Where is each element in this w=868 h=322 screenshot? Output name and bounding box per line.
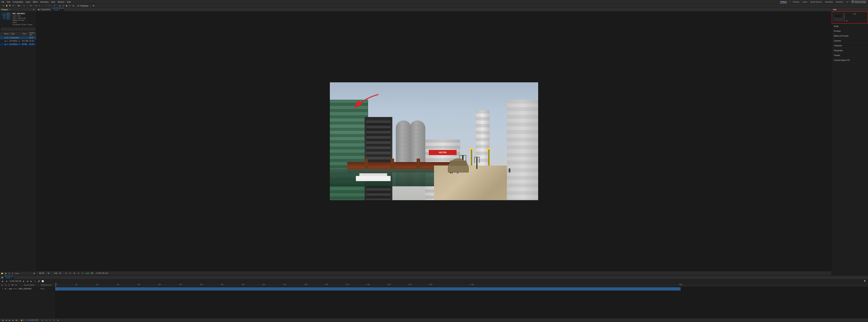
tool-star[interactable]: ★ bbox=[29, 4, 32, 7]
link-icon[interactable]: 🔗 bbox=[37, 280, 40, 283]
timeline-tab-comp1[interactable]: Comp 1 bbox=[4, 276, 13, 279]
tool-clone-stamp[interactable]: ⬡ bbox=[62, 4, 65, 7]
reset-exposure-icon[interactable]: ⊛ bbox=[81, 272, 84, 275]
tracker-panel-item[interactable]: Tracker bbox=[832, 53, 868, 58]
project-file-img2290[interactable]: ▶ IMG_2290.MOV DXV3Med...rt 58.0 MB 30.0… bbox=[0, 39, 36, 43]
preview-panel-item[interactable]: Preview bbox=[832, 29, 868, 33]
effects-switch[interactable]: f bbox=[14, 288, 14, 290]
libraries-panel-item[interactable]: Libraries bbox=[832, 38, 868, 43]
effects-presets-panel-item[interactable]: Effects & Presets bbox=[832, 33, 868, 38]
menu-window[interactable]: Window bbox=[58, 1, 64, 3]
tool-camera[interactable]: 📷 bbox=[18, 4, 20, 7]
camera-icon[interactable]: ▼ bbox=[77, 272, 80, 275]
tool-pen[interactable]: ✒ bbox=[35, 4, 37, 7]
adjustment-layer-icon[interactable]: ⊛ bbox=[14, 284, 18, 286]
tool-rotate[interactable]: ↻ bbox=[12, 4, 15, 7]
next-frame-button[interactable]: ▶ bbox=[12, 319, 14, 321]
timeline-layer-1[interactable]: 1 👁 ♪ ○ 🔒 ▶ ✦ f ⊞ 3 ⊙ IMG_2290.MOV None bbox=[0, 287, 55, 291]
quality-select[interactable]: Full bbox=[53, 272, 62, 275]
new-folder-icon[interactable]: 📁 bbox=[1, 272, 3, 275]
draft-3d-icon[interactable]: ⬡ bbox=[53, 319, 55, 321]
menu-file[interactable]: File bbox=[1, 1, 4, 3]
menu-help[interactable]: Help bbox=[67, 1, 71, 3]
new-item-icon[interactable]: ⊕ bbox=[8, 272, 10, 275]
current-time-input[interactable]: 0;00;00;00 bbox=[27, 319, 39, 321]
solo-switch[interactable]: ○ bbox=[8, 288, 9, 290]
motion-blur-icon[interactable]: ⊙ bbox=[4, 284, 7, 286]
tool-arrow[interactable]: ↖ bbox=[2, 4, 5, 7]
workspace-default[interactable]: Default bbox=[780, 0, 787, 3]
add-layer-icon[interactable]: ⊕ bbox=[45, 319, 48, 321]
menu-composition[interactable]: Composition bbox=[13, 1, 23, 3]
tool-mask-feather[interactable]: ⚬ bbox=[48, 4, 51, 7]
motion-blur-enable-icon[interactable]: ⊙ bbox=[49, 319, 52, 321]
fast-preview-icon[interactable]: ⬛ bbox=[65, 272, 67, 275]
workspace-libraries[interactable]: Libraries bbox=[835, 1, 844, 3]
layer-clip-1[interactable] bbox=[56, 287, 681, 290]
quality-switch[interactable]: ✦ bbox=[12, 288, 14, 290]
menu-edit[interactable]: Edit bbox=[7, 1, 10, 3]
project-panel-menu-button[interactable]: ☰ bbox=[32, 8, 35, 11]
tool-convert[interactable]: ⌃ bbox=[44, 4, 48, 7]
eye-switch[interactable]: 👁 bbox=[4, 288, 6, 290]
workspace-review[interactable]: Review bbox=[792, 1, 800, 3]
snapping-checkbox[interactable]: ✓ bbox=[77, 5, 79, 7]
blending-switch[interactable]: ⊞ bbox=[15, 288, 16, 290]
workspace-learn[interactable]: Learn bbox=[802, 1, 808, 3]
snapping-options-icon[interactable]: ⌄ bbox=[89, 4, 92, 7]
audio-panel-item[interactable]: Audio bbox=[832, 24, 868, 29]
prev-keyframe-icon[interactable]: ◀ bbox=[26, 280, 29, 283]
info-panel-header[interactable]: Info bbox=[832, 8, 868, 11]
add-keyframe-icon[interactable]: ◆ bbox=[22, 280, 25, 283]
tool-ellipse[interactable]: ○ bbox=[26, 4, 29, 7]
tool-hand[interactable]: ✋ bbox=[5, 4, 8, 7]
solo-switch-icon[interactable]: ● bbox=[1, 284, 3, 286]
character-panel-item[interactable]: Character bbox=[832, 43, 868, 48]
first-frame-button[interactable]: |◀ bbox=[1, 319, 4, 321]
search-help-box[interactable]: 🔍 Search Help bbox=[851, 0, 867, 3]
lock-switch[interactable]: 🔒 bbox=[9, 288, 11, 290]
prev-frame-button[interactable]: ◀ bbox=[5, 319, 8, 321]
tool-roto[interactable]: ⬠ bbox=[69, 4, 71, 7]
3d-switch[interactable]: 3 bbox=[16, 288, 17, 290]
menu-animation[interactable]: Animation bbox=[40, 1, 49, 3]
frame-blending-icon[interactable]: ⬡ bbox=[8, 284, 10, 286]
new-comp-icon[interactable]: ▣ bbox=[4, 272, 7, 275]
shy-layers-icon[interactable]: ◈ bbox=[56, 319, 59, 321]
content-aware-fill-panel-item[interactable]: Content-Aware Fill bbox=[832, 58, 868, 63]
tool-zoom[interactable]: 🔍 bbox=[9, 4, 11, 7]
lock-icon[interactable]: 🔒 bbox=[20, 319, 23, 321]
tool-pen-sub[interactable]: - bbox=[41, 4, 44, 7]
next-keyframe-icon[interactable]: ▶ bbox=[30, 280, 33, 283]
menu-layer[interactable]: Layer bbox=[26, 1, 31, 3]
tool-brush[interactable]: 🖌 bbox=[59, 4, 61, 7]
stop-button[interactable]: ■ bbox=[5, 280, 8, 283]
comp-tab-comp1[interactable]: Comp 1 ✕ bbox=[52, 8, 64, 11]
audio-switch[interactable]: ♪ bbox=[7, 288, 7, 290]
workspace-expand-icon[interactable]: >> bbox=[846, 1, 848, 3]
project-search-input[interactable] bbox=[1, 28, 35, 31]
menu-view[interactable]: View bbox=[51, 1, 55, 3]
timeline-track-1[interactable] bbox=[56, 287, 868, 291]
proportional-grid-icon[interactable]: ⊞ bbox=[92, 4, 95, 7]
tool-eraser[interactable]: ◧ bbox=[65, 4, 68, 7]
workspace-small-screen[interactable]: Small Screen bbox=[810, 1, 823, 3]
snapshot-icon[interactable]: 📷 bbox=[91, 272, 93, 275]
adjustment-switch[interactable]: ⊙ bbox=[18, 288, 19, 290]
comp-tab-close-button[interactable]: ✕ bbox=[61, 9, 62, 10]
tool-rect[interactable]: □ bbox=[23, 4, 26, 7]
3d-layer-icon[interactable]: 3D bbox=[11, 284, 14, 286]
trash-icon[interactable]: 🗑 bbox=[33, 272, 36, 275]
project-file-comp1[interactable]: ▣ Comp 1 Composition 29.97 bbox=[0, 36, 36, 39]
transparency-grid-icon[interactable]: ⊞ bbox=[73, 272, 76, 275]
solo-mode-icon[interactable]: ◎ bbox=[41, 319, 44, 321]
add-marker-icon[interactable]: ⬡ bbox=[34, 280, 36, 283]
last-frame-button[interactable]: ▶| bbox=[15, 319, 18, 321]
tool-pen-add[interactable]: + bbox=[38, 4, 41, 7]
timeline-search-icon[interactable]: 🔍 bbox=[864, 280, 867, 283]
play-button[interactable]: ▶ bbox=[1, 280, 4, 283]
paragraph-panel-item[interactable]: Paragraph bbox=[832, 48, 868, 53]
collapse-switch[interactable]: ▶ bbox=[11, 288, 12, 290]
project-file-img229v[interactable]: ▶ IMG_229_V... DXV3Med...rt 58 MB 30.007 bbox=[0, 43, 36, 46]
menu-effect[interactable]: Effect bbox=[33, 1, 38, 3]
